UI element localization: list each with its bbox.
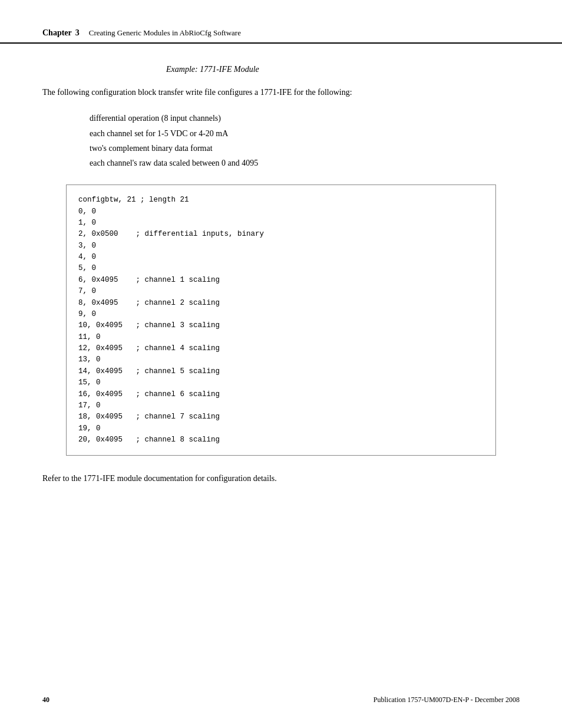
refer-text: Refer to the 1771-IFE module documentati…	[42, 472, 520, 485]
list-item: differential operation (8 input channels…	[90, 111, 520, 126]
publication-info: Publication 1757-UM007D-EN-P - December …	[373, 696, 520, 704]
bullet-list: differential operation (8 input channels…	[90, 111, 520, 170]
list-item: each channel set for 1-5 VDC or 4-20 mA	[90, 126, 520, 141]
example-title: Example: 1771-IFE Module	[166, 65, 520, 74]
list-item: each channel's raw data scaled between 0…	[90, 156, 520, 170]
page-footer: 40 Publication 1757-UM007D-EN-P - Decemb…	[0, 696, 562, 704]
list-item: two's complement binary data format	[90, 141, 520, 156]
chapter-title: Creating Generic Modules in AbRioCfg Sof…	[89, 28, 241, 38]
code-block: configbtw, 21 ; length 21 0, 0 1, 0 2, 0…	[66, 185, 496, 456]
page: Chapter 3 Creating Generic Modules in Ab…	[0, 0, 562, 728]
chapter-label: Chapter	[42, 28, 72, 38]
main-content: Example: 1771-IFE Module The following c…	[0, 44, 562, 533]
intro-paragraph: The following configuration block transf…	[42, 86, 520, 99]
page-number: 40	[42, 696, 49, 704]
page-header: Chapter 3 Creating Generic Modules in Ab…	[0, 0, 562, 44]
chapter-number: 3	[75, 28, 80, 38]
